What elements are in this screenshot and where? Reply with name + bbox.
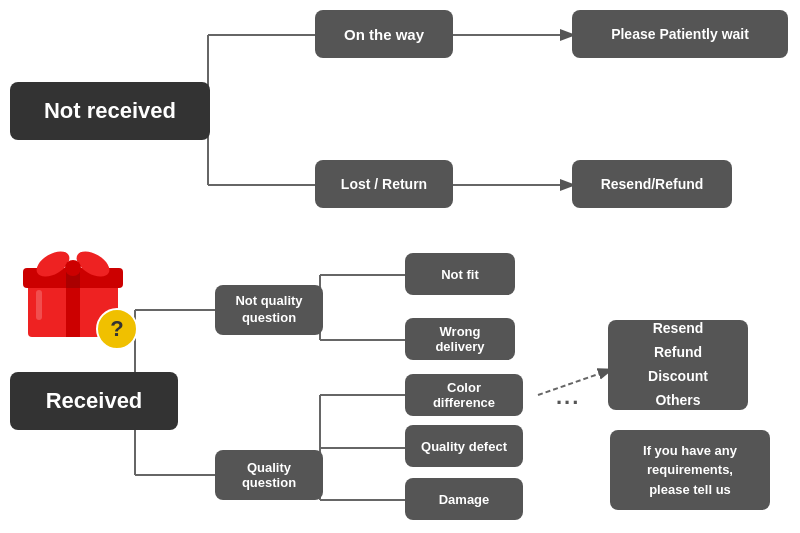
resend-refund-top-node: Resend/Refund xyxy=(572,160,732,208)
please-wait-node: Please Patiently wait xyxy=(572,10,788,58)
not-quality-node: Not quality question xyxy=(215,285,323,335)
received-node: Received xyxy=(10,372,178,430)
svg-rect-23 xyxy=(66,282,80,337)
quality-defect-node: Quality defect xyxy=(405,425,523,467)
lost-return-node: Lost / Return xyxy=(315,160,453,208)
not-fit-node: Not fit xyxy=(405,253,515,295)
resend-options-node: Resend Refund Discount Others xyxy=(608,320,748,410)
if-you-have-node: If you have any requirements, please tel… xyxy=(610,430,770,510)
dots-connector: ··· xyxy=(556,390,580,416)
svg-point-28 xyxy=(65,260,81,276)
not-received-node: Not received xyxy=(10,82,210,140)
color-difference-node: Color difference xyxy=(405,374,523,416)
quality-question-node: Quality question xyxy=(215,450,323,500)
wrong-delivery-node: Wrong delivery xyxy=(405,318,515,360)
diagram: Not received On the way Please Patiently… xyxy=(0,0,800,533)
gift-box-icon: ? xyxy=(18,230,128,340)
damage-node: Damage xyxy=(405,478,523,520)
svg-rect-29 xyxy=(36,290,42,320)
on-the-way-node: On the way xyxy=(315,10,453,58)
question-icon: ? xyxy=(96,308,138,350)
